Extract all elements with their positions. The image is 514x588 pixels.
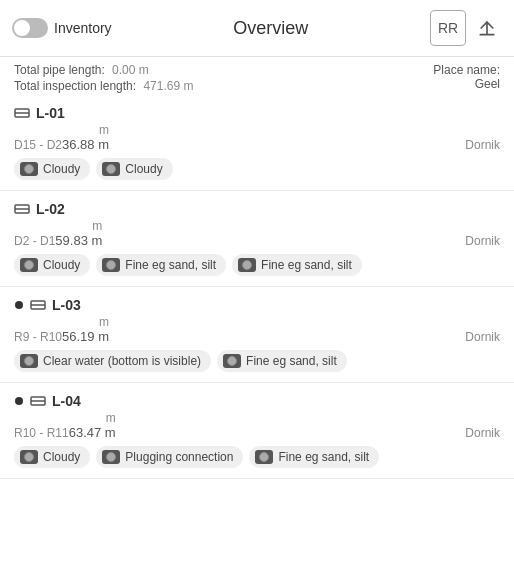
tag[interactable]: Fine eg sand, silt	[249, 446, 379, 468]
item-distance: m 56.19 m	[62, 315, 109, 344]
item-place: Dornik	[465, 138, 500, 152]
item-length-top: m	[99, 315, 109, 329]
item-place: Dornik	[465, 234, 500, 248]
tag[interactable]: Cloudy	[14, 446, 90, 468]
item-distance: m 59.83 m	[55, 219, 102, 248]
item-header: L-02	[14, 201, 500, 217]
item-distance: m 63.47 m	[69, 411, 116, 440]
item-length: 36.88 m	[62, 137, 109, 152]
camera-icon	[20, 354, 38, 368]
camera-icon	[223, 354, 241, 368]
dot-indicator	[14, 300, 24, 310]
item-id: L-02	[36, 201, 65, 217]
tag-label: Clear water (bottom is visible)	[43, 354, 201, 368]
camera-icon	[20, 258, 38, 272]
svg-point-6	[15, 301, 23, 309]
tag[interactable]: Plugging connection	[96, 446, 243, 468]
item-id: L-03	[52, 297, 81, 313]
tag[interactable]: Fine eg sand, silt	[217, 350, 347, 372]
camera-icon	[20, 450, 38, 464]
item-meta: R9 - R10 m 56.19 m Dornik	[14, 315, 500, 344]
tag-label: Fine eg sand, silt	[125, 258, 216, 272]
inventory-label: Inventory	[54, 20, 112, 36]
item-header: L-03	[14, 297, 500, 313]
tag[interactable]: Clear water (bottom is visible)	[14, 350, 211, 372]
item-place: Dornik	[465, 330, 500, 344]
pipe-icon	[30, 394, 46, 408]
items-list: L-01 D15 - D2 m 36.88 m Dornik Cloudy Cl…	[0, 95, 514, 583]
item-header: L-01	[14, 105, 500, 121]
tag-label: Fine eg sand, silt	[246, 354, 337, 368]
camera-icon	[20, 162, 38, 176]
item-length-top: m	[99, 123, 109, 137]
item-meta: D2 - D1 m 59.83 m Dornik	[14, 219, 500, 248]
tag[interactable]: Fine eg sand, silt	[232, 254, 362, 276]
item-header: L-04	[14, 393, 500, 409]
pipe-length-value: 0.00 m	[112, 63, 149, 77]
rr-icon: RR	[438, 20, 458, 36]
item-meta: D15 - D2 m 36.88 m Dornik	[14, 123, 500, 152]
tag-label: Cloudy	[125, 162, 162, 176]
tag[interactable]: Cloudy	[14, 158, 90, 180]
tag[interactable]: Cloudy	[14, 254, 90, 276]
tag-label: Fine eg sand, silt	[261, 258, 352, 272]
item-nodes: R9 - R10	[14, 330, 62, 344]
tag[interactable]: Cloudy	[96, 158, 172, 180]
item-length: 63.47 m	[69, 425, 116, 440]
rr-button[interactable]: RR	[430, 10, 466, 46]
place-name-label: Place name:	[433, 63, 500, 77]
tag-label: Fine eg sand, silt	[278, 450, 369, 464]
list-item: L-01 D15 - D2 m 36.88 m Dornik Cloudy Cl…	[0, 95, 514, 191]
pipe-icon	[14, 202, 30, 216]
camera-icon	[255, 450, 273, 464]
toggle-container: Inventory	[12, 18, 112, 38]
tag-label: Cloudy	[43, 258, 80, 272]
inspection-length-label: Total inspection length:	[14, 79, 136, 93]
pipe-icon	[14, 106, 30, 120]
place-name-value: Geel	[433, 77, 500, 91]
tag-label: Cloudy	[43, 450, 80, 464]
item-length: 59.83 m	[55, 233, 102, 248]
item-distance: m 36.88 m	[62, 123, 109, 152]
item-id: L-04	[52, 393, 81, 409]
header-icons: RR	[430, 10, 502, 46]
svg-point-9	[15, 397, 23, 405]
camera-icon	[238, 258, 256, 272]
tags-row: Cloudy Fine eg sand, silt Fine eg sand, …	[14, 254, 500, 276]
tag[interactable]: Fine eg sand, silt	[96, 254, 226, 276]
inventory-toggle[interactable]	[12, 18, 48, 38]
item-id: L-01	[36, 105, 65, 121]
upload-button[interactable]	[472, 13, 502, 43]
tag-label: Plugging connection	[125, 450, 233, 464]
item-length-top: m	[92, 219, 102, 233]
summary-right: Place name: Geel	[433, 63, 500, 93]
upload-icon	[477, 18, 497, 38]
camera-icon	[102, 162, 120, 176]
list-item: L-03 R9 - R10 m 56.19 m Dornik Clear wat…	[0, 287, 514, 383]
tags-row: Cloudy Cloudy	[14, 158, 500, 180]
tags-row: Cloudy Plugging connection Fine eg sand,…	[14, 446, 500, 468]
page-title: Overview	[120, 18, 422, 39]
camera-icon	[102, 450, 120, 464]
header: Inventory Overview RR	[0, 0, 514, 57]
item-meta: R10 - R11 m 63.47 m Dornik	[14, 411, 500, 440]
item-nodes: D15 - D2	[14, 138, 62, 152]
tag-label: Cloudy	[43, 162, 80, 176]
list-item: L-02 D2 - D1 m 59.83 m Dornik Cloudy Fin…	[0, 191, 514, 287]
toggle-knob	[14, 20, 30, 36]
dot-indicator	[14, 396, 24, 406]
item-length: 56.19 m	[62, 329, 109, 344]
summary-section: Total pipe length: 0.00 m Total inspecti…	[0, 57, 514, 95]
summary-left: Total pipe length: 0.00 m Total inspecti…	[14, 63, 193, 93]
list-item: L-04 R10 - R11 m 63.47 m Dornik Cloudy P…	[0, 383, 514, 479]
pipe-length-label: Total pipe length:	[14, 63, 105, 77]
item-length-top: m	[106, 411, 116, 425]
pipe-icon	[30, 298, 46, 312]
inspection-length-value: 471.69 m	[143, 79, 193, 93]
item-place: Dornik	[465, 426, 500, 440]
inspection-length-row: Total inspection length: 471.69 m	[14, 79, 193, 93]
tags-row: Clear water (bottom is visible) Fine eg …	[14, 350, 500, 372]
item-nodes: D2 - D1	[14, 234, 55, 248]
item-nodes: R10 - R11	[14, 426, 69, 440]
camera-icon	[102, 258, 120, 272]
